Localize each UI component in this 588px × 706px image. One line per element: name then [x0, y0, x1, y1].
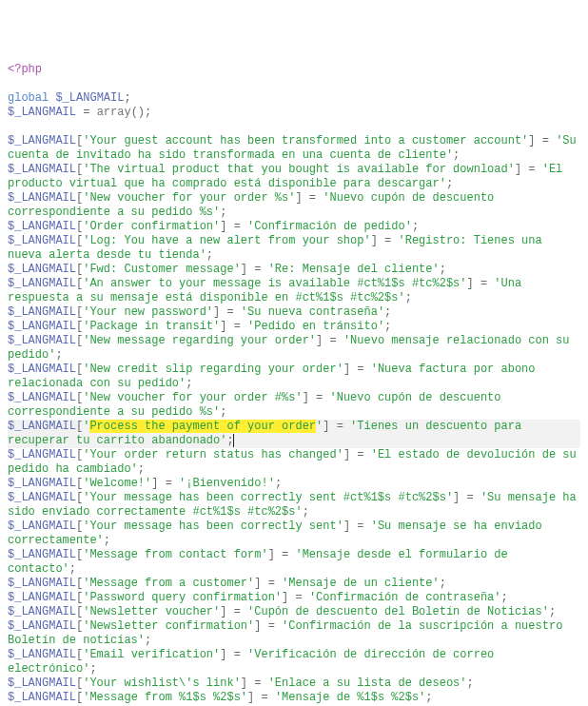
lang-key-16: Your message has been correctly sent [89, 520, 336, 533]
variable-langmail: $_LANGMAIL [8, 277, 76, 290]
lang-key-23: Your wishlist\'s link [89, 677, 233, 690]
lang-val-8: 'Pedido en tránsito' [247, 320, 384, 333]
variable-langmail: $_LANGMAIL [8, 677, 76, 690]
variable-langmail: $_LANGMAIL [55, 91, 124, 105]
variable-langmail: $_LANGMAIL [8, 334, 76, 347]
lang-val-20: 'Cupón de descuento del Boletín de Notic… [247, 605, 549, 618]
variable-langmail: $_LANGMAIL [8, 163, 76, 176]
lang-key-22: Email verification [89, 648, 213, 661]
variable-langmail: $_LANGMAIL [8, 619, 76, 633]
lang-val-24: 'Mensaje de %1$s %2$s' [275, 691, 425, 704]
lang-key-9: New message regarding your order [89, 334, 308, 347]
lang-key-18: Message from a customer [89, 577, 247, 590]
lang-key-24: Message from %1$s %2$s [89, 691, 240, 704]
lang-key-0: Your guest account has been transformed … [89, 134, 521, 147]
lang-key-3: Order confirmation [89, 220, 213, 233]
variable-langmail: $_LANGMAIL [8, 234, 76, 247]
variable-langmail: $_LANGMAIL [8, 263, 76, 276]
lang-val-3: 'Confirmación de pedido' [247, 220, 412, 233]
highlighted-line: $_LANGMAIL['Process the payment of your … [8, 420, 580, 448]
variable-langmail: $_LANGMAIL [8, 520, 76, 533]
variable-langmail: $_LANGMAIL [8, 491, 76, 504]
lang-key-21: Newsletter confirmation [89, 619, 247, 633]
variable-langmail: $_LANGMAIL [8, 106, 76, 119]
lang-val-5: 'Re: Mensaje del cliente' [268, 263, 440, 276]
text-highlight: Process the payment of your order [89, 420, 316, 433]
lang-key-4: Log: You have a new alert from your shop [89, 234, 363, 247]
text-cursor [233, 434, 234, 447]
lang-key-17: Message from contact form [89, 548, 261, 561]
lang-key-20: Newsletter voucher [89, 605, 213, 618]
variable-langmail: $_LANGMAIL [8, 134, 76, 147]
variable-langmail: $_LANGMAIL [8, 577, 76, 590]
variable-langmail: $_LANGMAIL [8, 391, 76, 404]
lang-val-19: 'Confirmación de contraseña' [309, 591, 501, 604]
lang-key-1: The virtual product that you bought is a… [89, 163, 507, 176]
variable-langmail: $_LANGMAIL [8, 191, 76, 205]
variable-langmail: $_LANGMAIL [8, 448, 76, 461]
variable-langmail: $_LANGMAIL [8, 477, 76, 490]
variable-langmail: $_LANGMAIL [8, 420, 76, 433]
lang-key-6: An answer to your message is available #… [89, 277, 460, 290]
lang-key-5: Fwd: Customer message [89, 263, 233, 276]
lang-val-23: 'Enlace a su lista de deseos' [268, 677, 467, 690]
variable-langmail: $_LANGMAIL [8, 363, 76, 376]
lang-val-18: 'Mensaje de un cliente' [282, 577, 440, 590]
lang-key-14: Welcome! [89, 477, 145, 490]
variable-langmail: $_LANGMAIL [8, 648, 76, 661]
lang-key-13: Your order return status has changed [89, 448, 336, 461]
variable-langmail: $_LANGMAIL [8, 691, 76, 704]
lang-key-19: Password query confirmation [89, 591, 274, 604]
fn-array: array [97, 106, 131, 119]
lang-key-11: New voucher for your order #%s [89, 391, 295, 404]
php-open-tag: <?php [8, 63, 42, 76]
lang-key-7: Your new password [89, 305, 206, 319]
lang-key-15: Your message has been correctly sent #ct… [89, 491, 445, 504]
variable-langmail: $_LANGMAIL [8, 305, 76, 319]
variable-langmail: $_LANGMAIL [8, 591, 76, 604]
keyword-global: global [8, 91, 49, 105]
lang-key-8: Package in transit [89, 320, 213, 333]
variable-langmail: $_LANGMAIL [8, 320, 76, 333]
lang-key-2: New voucher for your order %s [89, 191, 288, 205]
variable-langmail: $_LANGMAIL [8, 548, 76, 561]
lang-key-10: New credit slip regarding your order [89, 363, 336, 376]
variable-langmail: $_LANGMAIL [8, 220, 76, 233]
lang-val-14: '¡Bienvenido!' [179, 477, 275, 490]
lang-val-7: 'Su nueva contraseña' [241, 305, 384, 319]
variable-langmail: $_LANGMAIL [8, 605, 76, 618]
lang-key-12: Process the payment of your order [89, 420, 316, 433]
code-editor[interactable]: <?php global $_LANGMAIL; $_LANGMAIL = ar… [8, 63, 580, 706]
